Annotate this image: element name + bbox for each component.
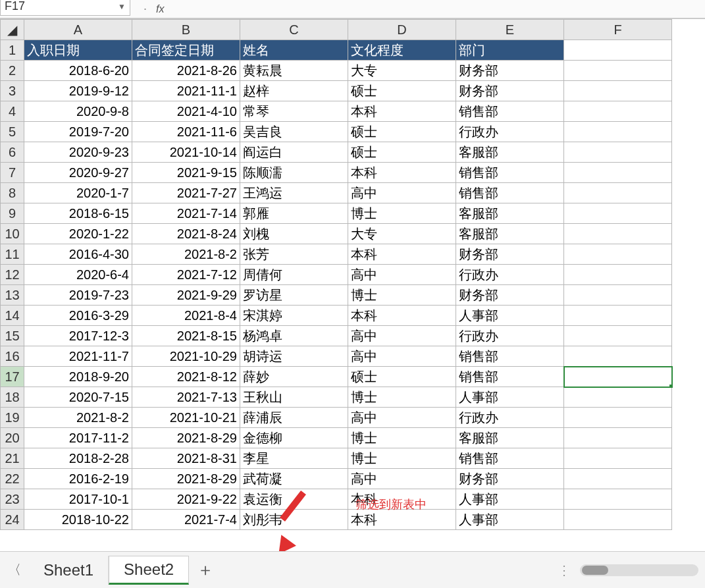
cell[interactable]: 2020-9-23 [24,142,132,163]
row-header[interactable]: 8 [1,183,24,203]
cell[interactable]: 2021-8-15 [132,326,240,346]
cell[interactable]: 2019-9-12 [24,81,132,101]
cell[interactable]: 客服部 [456,224,564,244]
cell[interactable] [564,306,672,326]
cell[interactable]: 刘槐 [240,224,348,244]
cell[interactable] [564,408,672,428]
cell[interactable] [564,224,672,244]
cell[interactable]: 周倩何 [240,265,348,285]
cell[interactable]: 2021-8-29 [132,428,240,448]
row-header[interactable]: 14 [1,306,24,326]
table-header-row[interactable]: 1 入职日期 合同签定日期 姓名 文化程度 部门 [1,40,672,61]
cell[interactable]: 人事部 [456,510,564,530]
cell[interactable]: 大专 [348,224,456,244]
cell[interactable]: 2017-10-1 [24,489,132,510]
cell[interactable] [564,122,672,142]
cell[interactable]: 2021-8-31 [132,448,240,469]
table-row[interactable]: 172018-9-202021-8-12薛妙硕士销售部 [1,367,672,387]
cell[interactable]: 宋淇婷 [240,306,348,326]
cell[interactable]: 博士 [348,285,456,306]
cell[interactable]: 2017-12-3 [24,326,132,346]
row-header[interactable]: 19 [1,408,24,428]
cell[interactable] [564,81,672,101]
table-row[interactable]: 132019-7-232021-9-29罗访星博士财务部 [1,285,672,306]
cell[interactable]: 2020-6-4 [24,265,132,285]
sheet-tab-sheet2[interactable]: Sheet2 [109,556,189,585]
cell[interactable]: 本科 [348,489,456,510]
cell[interactable]: 客服部 [456,203,564,224]
table-row[interactable]: 202017-11-22021-8-29金德柳博士客服部 [1,428,672,448]
cell[interactable]: 2021-8-4 [132,306,240,326]
cell[interactable]: 袁运衡 [240,489,348,510]
cell[interactable]: 硕士 [348,367,456,387]
horizontal-scrollbar[interactable] [580,564,698,576]
col-header-F[interactable]: F [564,20,672,40]
cell[interactable]: 客服部 [456,428,564,448]
row-header[interactable]: 10 [1,224,24,244]
row-header[interactable]: 7 [1,163,24,183]
cell[interactable]: 2021-9-15 [132,163,240,183]
cell[interactable]: 2021-10-14 [132,142,240,163]
cell[interactable]: 高中 [348,408,456,428]
cell[interactable]: 2021-10-29 [132,346,240,367]
tab-nav-prev-icon[interactable]: 〈 [0,561,29,579]
cell[interactable]: 2017-11-2 [24,428,132,448]
row-header[interactable]: 1 [1,40,24,61]
row-header[interactable]: 15 [1,326,24,346]
cell[interactable]: 大专 [348,61,456,81]
tabs-menu-icon[interactable]: ⋮ [558,562,580,578]
table-row[interactable]: 242018-10-222021-7-4刘彤韦本科人事部 [1,510,672,530]
table-row[interactable]: 212018-2-282021-8-31李星博士销售部 [1,448,672,469]
select-all-corner[interactable]: ◢ [1,20,24,40]
cell[interactable]: 客服部 [456,142,564,163]
row-header[interactable]: 23 [1,489,24,510]
cell[interactable]: 2020-9-27 [24,163,132,183]
cell[interactable]: 硕士 [348,81,456,101]
cell[interactable]: 罗访星 [240,285,348,306]
cell[interactable]: 人事部 [456,387,564,408]
cell[interactable]: 硕士 [348,122,456,142]
header-cell[interactable]: 部门 [456,40,564,61]
cell[interactable]: 2021-9-29 [132,285,240,306]
table-row[interactable]: 152017-12-32021-8-15杨鸿卓高中行政办 [1,326,672,346]
table-row[interactable]: 122020-6-42021-7-12周倩何高中行政办 [1,265,672,285]
cell[interactable]: 2021-11-1 [132,81,240,101]
cell[interactable]: 2021-7-12 [132,265,240,285]
cell[interactable]: 销售部 [456,101,564,122]
cell[interactable]: 2020-1-7 [24,183,132,203]
cell[interactable]: 2016-2-19 [24,469,132,489]
row-header[interactable]: 13 [1,285,24,306]
name-box[interactable]: F17 ▼ [0,0,130,16]
cell[interactable]: 博士 [348,448,456,469]
table-row[interactable]: 22018-6-202021-8-26黄耘晨大专财务部 [1,61,672,81]
cell[interactable]: 销售部 [456,163,564,183]
cell[interactable] [564,346,672,367]
table-row[interactable]: 42020-9-82021-4-10常琴本科销售部 [1,101,672,122]
row-header[interactable]: 24 [1,510,24,530]
cell[interactable] [564,61,672,81]
row-header[interactable]: 16 [1,346,24,367]
cell[interactable]: 行政办 [456,122,564,142]
row-header[interactable]: 4 [1,101,24,122]
cell[interactable]: 销售部 [456,367,564,387]
cell[interactable]: 高中 [348,469,456,489]
col-header-B[interactable]: B [132,20,240,40]
cell[interactable]: 李星 [240,448,348,469]
cell[interactable] [564,367,672,387]
cell[interactable]: 本科 [348,163,456,183]
table-row[interactable]: 232017-10-12021-9-22袁运衡本科人事部 [1,489,672,510]
cell[interactable]: 2021-8-24 [132,224,240,244]
cell[interactable]: 2021-8-2 [24,408,132,428]
row-header[interactable]: 17 [1,367,24,387]
spreadsheet-grid[interactable]: ◢ A B C D E F 1 入职日期 合同签定日期 姓名 文化程度 部门 2… [0,18,705,530]
table-row[interactable]: 182020-7-152021-7-13王秋山博士人事部 [1,387,672,408]
cell[interactable]: 黄耘晨 [240,61,348,81]
cell[interactable]: 2020-9-8 [24,101,132,122]
cell[interactable]: 高中 [348,326,456,346]
cell[interactable]: 陈顺濡 [240,163,348,183]
cell[interactable]: 杨鸿卓 [240,326,348,346]
cell[interactable] [564,265,672,285]
cell[interactable]: 2021-10-21 [132,408,240,428]
cell[interactable]: 吴吉良 [240,122,348,142]
cell[interactable]: 常琴 [240,101,348,122]
